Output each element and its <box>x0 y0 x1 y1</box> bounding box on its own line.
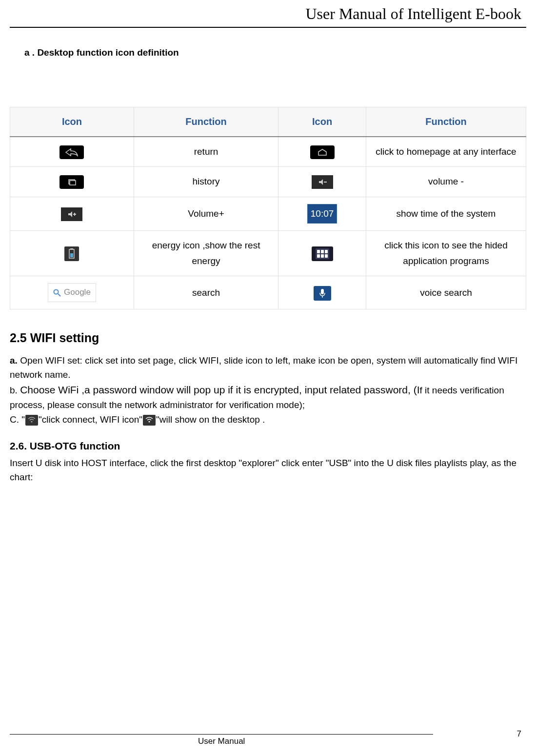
wifi-signal-icon <box>25 415 38 426</box>
svg-point-13 <box>149 421 150 422</box>
clock-icon: 10:07 <box>307 204 337 224</box>
wifi-connected-icon <box>143 415 156 426</box>
back-icon <box>60 145 84 159</box>
volume-up-icon <box>61 207 82 221</box>
wifi-b-big: Choose WiFi ,a password window will pop … <box>20 384 419 395</box>
func-cell: volume - <box>366 167 526 197</box>
google-search-icon: Google <box>48 283 96 302</box>
google-search-label: Google <box>64 286 91 300</box>
table-row: history volume - <box>10 167 526 197</box>
battery-icon <box>64 246 79 261</box>
svg-rect-7 <box>70 253 73 257</box>
wifi-c-mid: "click connect, WIFI icon" <box>39 414 142 425</box>
page-header: User Manual of Intelligent E-book <box>10 5 526 27</box>
table-row: Volume+ 10:07 show time of the system <box>10 197 526 230</box>
svg-point-12 <box>31 421 33 422</box>
table-row: Google search voice search <box>10 276 526 309</box>
table-row: return click to homepage at any interfac… <box>10 137 526 167</box>
th-function-2: Function <box>366 107 526 137</box>
func-cell: energy icon ,show the rest energy <box>134 230 278 276</box>
th-icon-2: Icon <box>278 107 366 137</box>
voice-search-icon <box>314 286 331 301</box>
func-cell: voice search <box>366 276 526 309</box>
wifi-para-c: C. ""click connect, WIFI icon""will show… <box>10 412 526 427</box>
svg-rect-1 <box>70 181 76 185</box>
volume-down-icon <box>312 175 333 189</box>
usb-heading: 2.6. USB-OTG function <box>10 438 526 454</box>
section-a-heading: a . Desktop function icon definition <box>24 47 526 58</box>
func-cell: history <box>134 167 278 197</box>
wifi-c-prefix: C. <box>10 414 19 425</box>
wifi-c-end: "will show on the desktop . <box>156 414 265 425</box>
th-icon-1: Icon <box>10 107 134 137</box>
app-drawer-icon <box>312 246 333 261</box>
wifi-para-a: a. Open WIFI set: click set into set pag… <box>10 353 526 382</box>
recent-apps-icon <box>60 175 84 189</box>
quote-1: " <box>19 414 25 425</box>
wifi-b-prefix: b. <box>10 385 20 395</box>
table-header-row: Icon Function Icon Function <box>10 107 526 137</box>
wifi-a-prefix: a. <box>10 355 18 366</box>
svg-rect-10 <box>321 289 324 294</box>
footer-label: User Manual <box>10 735 433 746</box>
svg-point-8 <box>54 289 59 294</box>
header-divider <box>10 27 526 28</box>
icon-definition-table: Icon Function Icon Function return <box>10 107 526 309</box>
svg-line-9 <box>58 294 60 296</box>
wifi-heading: 2.5 WIFI setting <box>10 329 526 347</box>
svg-rect-4 <box>74 213 75 216</box>
table-row: energy icon ,show the rest energy click … <box>10 230 526 276</box>
func-cell: click this icon to see the hided applica… <box>366 230 526 276</box>
func-cell: Volume+ <box>134 197 278 230</box>
wifi-a-text: Open WIFI set: click set into set page, … <box>10 355 517 380</box>
th-function-1: Function <box>134 107 278 137</box>
func-cell: return <box>134 137 278 167</box>
usb-para: Insert U disk into HOST interface, click… <box>10 456 526 485</box>
wifi-para-b: b. Choose WiFi ,a password window will p… <box>10 382 526 412</box>
func-cell: search <box>134 276 278 309</box>
func-cell: show time of the system <box>366 197 526 230</box>
page-number: 7 <box>517 729 521 739</box>
func-cell: click to homepage at any interface <box>366 137 526 167</box>
svg-rect-2 <box>324 182 327 183</box>
page-footer: 7 User Manual <box>10 734 526 746</box>
home-icon <box>310 145 335 159</box>
